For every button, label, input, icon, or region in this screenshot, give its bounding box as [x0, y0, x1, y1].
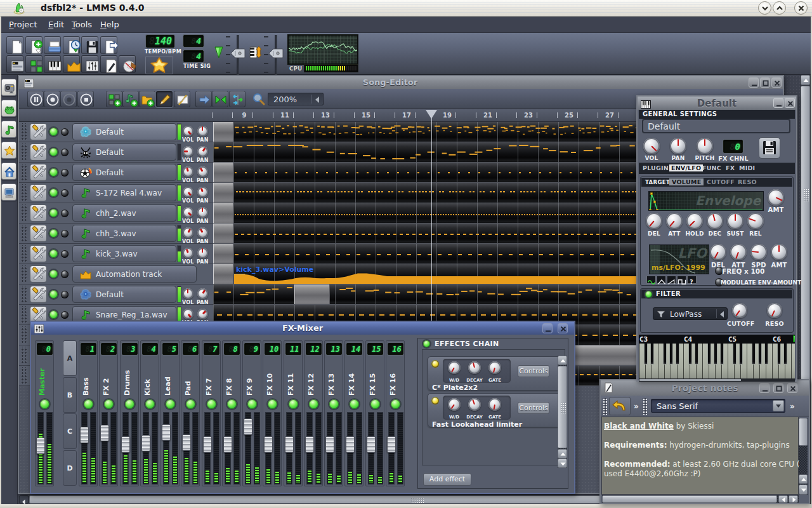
piano-black-key[interactable] [783, 344, 787, 364]
track-grip-handle[interactable] [20, 164, 27, 181]
track-volume-knob[interactable] [183, 309, 193, 319]
fx-channel-lcd[interactable]: 13 [326, 343, 342, 355]
fx-channel-knob[interactable] [166, 399, 175, 409]
track-name-plate[interactable]: Automation track [72, 265, 197, 283]
track-mute-led[interactable] [49, 270, 58, 278]
fx-channel-knob[interactable] [289, 399, 298, 409]
piano-black-key[interactable] [663, 344, 667, 364]
track-grip-handle[interactable] [20, 367, 27, 384]
triangle-wave-button[interactable] [657, 276, 666, 284]
track-grip-handle[interactable] [20, 225, 27, 242]
fx-channel-knob[interactable] [329, 399, 339, 409]
lfo-knob-del[interactable] [710, 244, 726, 260]
fx-channel-strip[interactable]: 84Kick [140, 340, 159, 486]
piano-black-key[interactable] [650, 344, 654, 364]
piano-black-key[interactable] [688, 344, 692, 364]
env-knob-del[interactable] [646, 213, 662, 229]
project-notes-close-button[interactable] [787, 383, 797, 393]
fx-channel-strip[interactable]: 85Lead [160, 340, 180, 486]
track-name-plate[interactable]: chh_3.wav [72, 225, 176, 242]
effect-enabled-led[interactable] [431, 360, 439, 368]
fx-channel-lcd[interactable]: 10 [265, 343, 280, 355]
effect-knob-gate[interactable] [488, 361, 501, 374]
filter-led[interactable] [645, 291, 652, 298]
env-knob-att[interactable] [666, 213, 683, 229]
add-effect-button[interactable]: Add effect [423, 473, 471, 486]
window-maximize-button[interactable] [773, 1, 786, 15]
fx-channel-lcd[interactable]: 80 [723, 140, 743, 153]
notes-horizontal-scrollbar[interactable] [602, 495, 799, 503]
fx-channel-strip[interactable]: 81Bass [79, 340, 98, 486]
fx-fader-handle[interactable] [285, 436, 294, 453]
track-mute-led[interactable] [49, 311, 58, 319]
toolbar-expand-right[interactable]: » [790, 402, 795, 411]
track-pan-knob[interactable] [197, 207, 208, 218]
automation-editor-button[interactable] [63, 55, 80, 73]
zoom-combobox[interactable]: 200% [268, 93, 324, 105]
track-mute-led[interactable] [49, 290, 58, 298]
notes-scroll-up-button[interactable] [799, 474, 808, 484]
workspace-scroll-up-button[interactable] [801, 75, 810, 85]
track-solo-led[interactable] [61, 149, 69, 156]
fx-channel-lcd[interactable]: 87 [204, 343, 219, 355]
track-grip-handle[interactable] [20, 123, 27, 140]
song-editor-titlebar[interactable]: Song-Editor [19, 76, 783, 89]
fx-channel-knob[interactable] [84, 399, 93, 409]
window-minimize-button[interactable] [758, 1, 771, 15]
fx-channel-strip[interactable]: 14FX 14 [344, 340, 363, 486]
track-grip-handle[interactable] [20, 265, 27, 283]
track-pan-knob[interactable] [197, 288, 208, 299]
track-actions-button[interactable] [30, 245, 47, 262]
piano-black-key[interactable] [733, 344, 737, 364]
track-solo-led[interactable] [61, 169, 69, 177]
saw-wave-button[interactable] [667, 276, 676, 284]
track-grip-handle[interactable] [20, 144, 27, 161]
track-mute-led[interactable] [49, 250, 58, 258]
piano-black-key[interactable] [669, 344, 673, 364]
effect-card[interactable]: W/DDECAYGATEControlsC* Plate2x2 [428, 356, 561, 391]
track-volume-knob[interactable] [183, 207, 193, 218]
fx-channel-lcd[interactable]: 82 [101, 343, 117, 355]
tab-func[interactable]: FUNC [702, 164, 721, 171]
target-cutoff[interactable]: CUTOFF [707, 178, 735, 185]
env-knob-sust[interactable] [727, 213, 743, 229]
piano-scroll-thumb[interactable] [639, 379, 741, 381]
piano-roll-button[interactable] [44, 55, 61, 73]
fx-fader-handle[interactable] [203, 436, 212, 453]
filter-type-dropdown[interactable]: LowPass [653, 307, 728, 320]
effect-card[interactable]: W/DDECAYGATEControlsFast Lookahead limit… [428, 393, 561, 427]
fx-channel-strip[interactable]: 11FX 11 [284, 340, 303, 486]
fx-fader-handle[interactable] [367, 436, 376, 453]
effects-scroll-thumb[interactable] [558, 366, 567, 448]
sidebar-samples-button[interactable] [1, 100, 16, 117]
notes-text-area[interactable]: Black and White by Skiessi Requirements:… [601, 417, 799, 495]
track-actions-button[interactable] [30, 164, 47, 181]
tab-env-lfo[interactable]: ENV/LFO [669, 164, 703, 171]
track-name-plate[interactable]: chh_2.wav [72, 204, 176, 222]
flip-x-button[interactable] [229, 91, 246, 107]
help-button[interactable]: ? [687, 276, 697, 284]
fx-group-b[interactable]: B [63, 377, 77, 413]
fx-channel-lcd[interactable]: 89 [244, 343, 260, 355]
filter-reso-knob[interactable] [767, 303, 782, 318]
track-solo-led[interactable] [61, 230, 69, 237]
lfo-knob-amt[interactable] [771, 244, 787, 260]
toolbar-expand-left[interactable]: » [634, 402, 639, 411]
fx-fader-handle[interactable] [141, 435, 150, 451]
fx-channel-lcd[interactable]: 12 [306, 343, 322, 355]
track-solo-led[interactable] [61, 250, 69, 258]
lfo-graph[interactable]: LFO ms/LFO: 1999 [649, 244, 709, 274]
effect-controls-button[interactable]: Controls [518, 402, 549, 414]
fx-channel-lcd[interactable]: 15 [367, 343, 383, 355]
fx-channel-knob[interactable] [186, 399, 195, 409]
controller-rack-button[interactable] [119, 55, 136, 73]
effect-knob-w-d[interactable] [448, 361, 461, 374]
project-notes-minimize-button[interactable] [759, 383, 769, 393]
instrument-name-field[interactable]: Default [642, 119, 790, 133]
project-notes-maximize-button[interactable] [773, 383, 783, 393]
fx-mixer-minimize-button[interactable] [542, 323, 553, 333]
toolbar-handle[interactable] [603, 398, 607, 415]
track-volume-knob[interactable] [183, 146, 193, 157]
fx-channel-lcd[interactable]: 84 [142, 343, 158, 355]
track-solo-led[interactable] [61, 311, 69, 319]
